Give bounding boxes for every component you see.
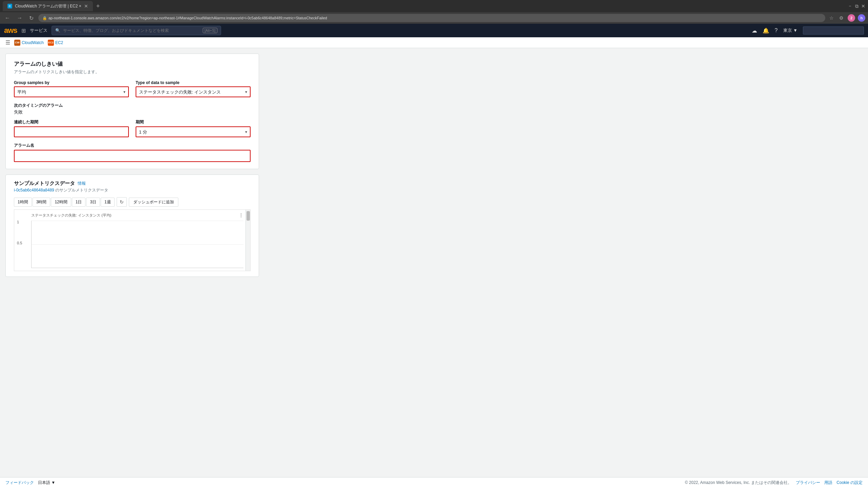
lock-icon: 🔒 — [42, 16, 47, 20]
period-group: 期間 1 分 5 分 10 分 ▼ — [136, 119, 251, 137]
search-shortcut: [Alt+S] — [203, 28, 217, 33]
profile-avatar-2[interactable]: h — [858, 14, 865, 22]
section-title: アラームのしきい値 — [14, 61, 251, 68]
cloudwatch-label: CloudWatch — [22, 40, 44, 45]
reload-button[interactable]: ↻ — [27, 14, 36, 22]
aws-service-nav: ☰ CW CloudWatch EC2 EC2 — [0, 37, 868, 48]
back-button[interactable]: ← — [3, 14, 12, 22]
chart-menu-icon[interactable]: ⋮ — [239, 212, 243, 218]
period-select[interactable]: 1 分 5 分 10 分 — [136, 126, 251, 137]
forward-button[interactable]: → — [15, 14, 24, 22]
bookmark-icon[interactable]: ☆ — [828, 15, 835, 21]
address-text: ap-northeast-1.console.aws.amazon.com/ec… — [48, 16, 327, 20]
tab-close-button[interactable]: ✕ — [84, 3, 88, 9]
alarm-name-label: アラーム名 — [14, 143, 251, 148]
metrics-subtitle-suffix: のサンプルメトリクスデータ — [55, 188, 108, 192]
time-1w-button[interactable]: 1週 — [101, 198, 115, 207]
metrics-card: サンプルメトリクスデータ 情報 i-0c5ab6c48648a8489 のサンプ… — [5, 175, 259, 277]
account-search[interactable] — [803, 26, 864, 35]
instance-id-link[interactable]: i-0c5ab6c48648a8489 — [14, 188, 54, 192]
info-link[interactable]: 情報 — [78, 181, 86, 186]
period-select-wrapper: 1 分 5 分 10 分 ▼ — [136, 126, 251, 137]
window-restore-button[interactable]: ⧉ — [855, 3, 859, 9]
hamburger-menu[interactable]: ☰ — [5, 39, 10, 46]
samples-row: Group samples by 平均 最小 最大 ▼ Type of data… — [14, 80, 251, 97]
aws-search-box[interactable]: 🔍 [Alt+S] — [52, 26, 221, 35]
aws-topnav: aws ⊞ サービス 🔍 [Alt+S] ☁ 🔔 ? 東京 ▼ — [0, 24, 868, 37]
browser-tab[interactable]: C CloudWatch アラームの管理 | EC2 × ✕ — [3, 1, 93, 11]
metrics-title-row: サンプルメトリクスデータ 情報 — [14, 180, 251, 187]
consecutive-input[interactable]: 1 — [14, 126, 129, 137]
window-close-button[interactable]: ✕ — [861, 3, 865, 9]
extensions-icon[interactable]: ⚙ — [838, 15, 845, 21]
alarm-threshold-card: アラームのしきい値 アラームのメトリクスしきい値を指定します。 Group sa… — [5, 54, 259, 169]
search-input[interactable] — [63, 28, 200, 33]
alarm-name-group: アラーム名 awsec2-i-0c5ab6c48648a8489-Greater… — [14, 143, 251, 162]
period-label: 期間 — [136, 119, 251, 125]
chart-header: ステータスチェックの失敗: インスタンス (平均) ⋮ — [31, 212, 243, 218]
metrics-subtitle: i-0c5ab6c48648a8489 のサンプルメトリクスデータ — [14, 187, 251, 193]
bell-icon[interactable]: 🔔 — [763, 27, 769, 34]
consecutive-group: 連続した期間 1 — [14, 119, 129, 137]
main-content: アラームのしきい値 アラームのメトリクスしきい値を指定します。 Group sa… — [0, 48, 264, 282]
region-selector[interactable]: 東京 ▼ — [783, 27, 797, 34]
help-icon[interactable]: ? — [775, 27, 778, 34]
add-to-dashboard-button[interactable]: ダッシュボードに追加 — [129, 198, 178, 207]
cloudwatch-breadcrumb[interactable]: CW CloudWatch — [14, 40, 44, 46]
trigger-section-label: 次のタイミングのアラーム — [14, 103, 251, 108]
aws-logo[interactable]: aws — [4, 26, 17, 35]
grid-icon[interactable]: ⊞ — [21, 27, 26, 34]
type-group: Type of data to sample ステータスチェックの失敗: インス… — [136, 80, 251, 97]
group-by-select-wrapper: 平均 最小 最大 ▼ — [14, 86, 129, 97]
trigger-info: 次のタイミングのアラーム 失敗 — [14, 103, 251, 115]
section-description: アラームのメトリクスしきい値を指定します。 — [14, 69, 251, 75]
window-minimize-button[interactable]: － — [848, 3, 852, 9]
y-axis: 1 0.5 — [17, 220, 22, 245]
alarm-name-input[interactable]: awsec2-i-0c5ab6c48648a8489-GreaterThanOr… — [14, 150, 251, 162]
chart-container: ステータスチェックの失敗: インスタンス (平均) ⋮ 1 0.5 — [14, 209, 251, 271]
gridline-mid — [32, 244, 243, 245]
period-row: 連続した期間 1 期間 1 分 5 分 10 分 ▼ — [14, 119, 251, 137]
y-axis-mid: 0.5 — [17, 241, 22, 245]
aws-nav-right: ☁ 🔔 ? 東京 ▼ — [752, 26, 864, 35]
refresh-button[interactable]: ↻ — [117, 197, 127, 207]
ec2-icon: EC2 — [48, 40, 54, 46]
ec2-label: EC2 — [55, 40, 63, 45]
time-3d-button[interactable]: 3日 — [86, 198, 100, 207]
time-1h-button[interactable]: 1時間 — [14, 198, 32, 207]
consecutive-label: 連続した期間 — [14, 119, 129, 125]
cloud-icon[interactable]: ☁ — [752, 27, 757, 34]
address-bar[interactable]: 🔒 ap-northeast-1.console.aws.amazon.com/… — [38, 14, 825, 22]
chart-wrapper: ステータスチェックの失敗: インスタンス (平均) ⋮ 1 0.5 — [14, 209, 251, 271]
browser-chrome: C CloudWatch アラームの管理 | EC2 × ✕ + － ⧉ ✕ — [0, 0, 868, 12]
profile-avatar-1[interactable]: 2 — [848, 14, 855, 22]
address-actions: ☆ ⚙ 2 h — [828, 14, 865, 22]
scroll-thumb — [246, 211, 250, 221]
address-bar-row: ← → ↻ 🔒 ap-northeast-1.console.aws.amazo… — [0, 12, 868, 24]
cloudwatch-icon: CW — [14, 40, 20, 46]
chart-toolbar: 1時間 3時間 12時間 1日 3日 1週 ↻ ダッシュボードに追加 — [14, 197, 251, 207]
gridline-top — [32, 221, 243, 221]
chart-metric-label: ステータスチェックの失敗: インスタンス (平均) — [31, 213, 112, 218]
group-by-label: Group samples by — [14, 80, 129, 85]
type-label: Type of data to sample — [136, 80, 251, 85]
trigger-value: 失敗 — [14, 109, 251, 115]
y-axis-top: 1 — [17, 220, 22, 224]
metrics-title: サンプルメトリクスデータ — [14, 180, 75, 187]
time-3h-button[interactable]: 3時間 — [33, 198, 51, 207]
group-by-group: Group samples by 平均 最小 最大 ▼ — [14, 80, 129, 97]
new-tab-button[interactable]: + — [96, 3, 100, 10]
time-12h-button[interactable]: 12時間 — [51, 198, 71, 207]
group-by-select[interactable]: 平均 最小 最大 — [14, 86, 129, 97]
type-select[interactable]: ステータスチェックの失敗: インスタンス ステータスチェックの失敗: システム — [136, 86, 251, 97]
time-1d-button[interactable]: 1日 — [72, 198, 86, 207]
chart-scrollbar[interactable] — [245, 210, 250, 271]
tab-favicon: C — [7, 4, 12, 8]
tab-title: CloudWatch アラームの管理 | EC2 × — [15, 3, 81, 9]
chart-plot — [31, 221, 243, 268]
ec2-breadcrumb[interactable]: EC2 EC2 — [48, 40, 63, 46]
search-icon: 🔍 — [55, 28, 60, 33]
services-menu[interactable]: サービス — [30, 27, 47, 34]
type-select-wrapper: ステータスチェックの失敗: インスタンス ステータスチェックの失敗: システム … — [136, 86, 251, 97]
